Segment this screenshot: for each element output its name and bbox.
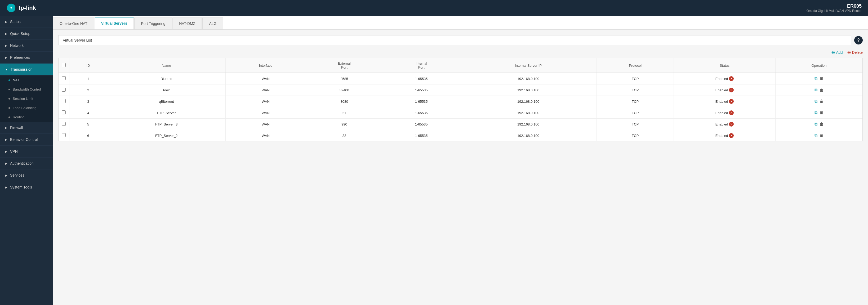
delete-row-icon[interactable]: 🗑 xyxy=(819,99,824,104)
status-toggle-icon[interactable]: ✕ xyxy=(729,122,734,127)
tab-virtual-servers[interactable]: Virtual Servers xyxy=(95,17,134,29)
row-checkbox[interactable] xyxy=(59,84,69,96)
delete-row-icon[interactable]: 🗑 xyxy=(819,133,824,138)
edit-icon[interactable]: ⧉ xyxy=(814,133,817,138)
status-toggle-icon[interactable]: ✕ xyxy=(729,76,734,81)
sidebar-item-label: Firewall xyxy=(10,126,23,130)
sidebar-sub-item-routing[interactable]: Routing xyxy=(0,112,53,122)
delete-row-icon[interactable]: 🗑 xyxy=(819,110,824,115)
status-toggle-icon[interactable]: ✕ xyxy=(729,99,734,104)
sidebar-item-label: Quick Setup xyxy=(10,32,30,36)
sidebar-sub-item-nat[interactable]: NAT xyxy=(0,75,53,85)
delete-row-icon[interactable]: 🗑 xyxy=(819,122,824,127)
edit-icon[interactable]: ⧉ xyxy=(814,76,817,81)
arrow-icon: ▶ xyxy=(5,32,7,35)
row-status: Enabled ✕ xyxy=(674,96,776,107)
sidebar-item-services[interactable]: ▶ Services xyxy=(0,169,53,181)
sidebar-item-status[interactable]: ▶ Status xyxy=(0,16,53,28)
edit-icon[interactable]: ⧉ xyxy=(814,122,817,127)
sidebar-item-vpn[interactable]: ▶ VPN xyxy=(0,146,53,158)
sidebar-item-transmission[interactable]: ▼ Transmission xyxy=(0,64,53,75)
sidebar-sub-label: Session Limit xyxy=(13,97,33,101)
device-model: ER605 xyxy=(807,3,862,9)
row-select-checkbox[interactable] xyxy=(62,133,66,137)
col-internal-server-ip: Internal Server IP xyxy=(460,58,597,73)
col-operation: Operation xyxy=(776,58,862,73)
status-toggle-icon[interactable]: ✕ xyxy=(729,133,734,138)
row-id: 2 xyxy=(69,84,107,96)
table-row: 1 BlueIris WAN 8585 1-65535 192.168.0.10… xyxy=(59,73,862,84)
page-content: Virtual Server List ? ⊕ Add ⊖ Delete xyxy=(53,30,868,305)
sidebar-item-label: Network xyxy=(10,43,24,48)
row-select-checkbox[interactable] xyxy=(62,110,66,114)
row-internal-port: 1-65535 xyxy=(383,96,460,107)
row-internal-server-ip: 192.168.0.100 xyxy=(460,84,597,96)
sidebar-item-authentication[interactable]: ▶ Authentication xyxy=(0,158,53,169)
sidebar-item-network[interactable]: ▶ Network xyxy=(0,40,53,52)
sidebar-item-quick-setup[interactable]: ▶ Quick Setup xyxy=(0,28,53,40)
row-protocol: TCP xyxy=(597,96,674,107)
sidebar-item-label: System Tools xyxy=(10,185,32,189)
row-select-checkbox[interactable] xyxy=(62,99,66,103)
delete-row-icon[interactable]: 🗑 xyxy=(819,88,824,92)
row-status: Enabled ✕ xyxy=(674,84,776,96)
main-layout: ▶ Status ▶ Quick Setup ▶ Network ▶ Prefe… xyxy=(0,16,868,305)
sidebar-sub-item-load-balancing[interactable]: Load Balancing xyxy=(0,103,53,112)
add-button[interactable]: ⊕ Add xyxy=(831,49,843,55)
row-internal-server-ip: 192.168.0.100 xyxy=(460,107,597,118)
select-all-checkbox[interactable] xyxy=(62,63,66,67)
sidebar-item-label: Behavior Control xyxy=(10,137,38,142)
sidebar-sub-item-bandwidth-control[interactable]: Bandwidth Control xyxy=(0,85,53,94)
help-icon[interactable]: ? xyxy=(854,36,863,44)
edit-icon[interactable]: ⧉ xyxy=(814,110,817,115)
row-checkbox[interactable] xyxy=(59,107,69,118)
row-protocol: TCP xyxy=(597,84,674,96)
row-protocol: TCP xyxy=(597,130,674,141)
row-external-port: 8080 xyxy=(306,96,383,107)
row-checkbox[interactable] xyxy=(59,118,69,130)
sidebar-sub-item-session-limit[interactable]: Session Limit xyxy=(0,94,53,103)
section-title: Virtual Server List xyxy=(58,35,851,45)
row-checkbox[interactable] xyxy=(59,130,69,141)
col-protocol: Protocol xyxy=(597,58,674,73)
row-external-port: 990 xyxy=(306,118,383,130)
col-checkbox xyxy=(59,58,69,73)
device-desc: Omada Gigabit Multi-WAN VPN Router xyxy=(807,9,862,13)
svg-text:✦: ✦ xyxy=(9,6,13,10)
sidebar-item-firewall[interactable]: ▶ Firewall xyxy=(0,122,53,134)
status-toggle-icon[interactable]: ✕ xyxy=(729,88,734,92)
tab-port-triggering[interactable]: Port Triggering xyxy=(134,18,172,29)
sidebar: ▶ Status ▶ Quick Setup ▶ Network ▶ Prefe… xyxy=(0,16,53,305)
sidebar-item-preferences[interactable]: ▶ Preferences xyxy=(0,52,53,64)
status-text: Enabled xyxy=(715,77,728,81)
row-checkbox[interactable] xyxy=(59,96,69,107)
section-header: Virtual Server List ? xyxy=(58,35,863,45)
row-internal-port: 1-65535 xyxy=(383,73,460,84)
row-name: FTP_Server_3 xyxy=(107,118,226,130)
row-interface: WAN xyxy=(226,84,306,96)
delete-button[interactable]: ⊖ Delete xyxy=(847,49,863,55)
edit-icon[interactable]: ⧉ xyxy=(814,99,817,104)
table-row: 3 qBitorrent WAN 8080 1-65535 192.168.0.… xyxy=(59,96,862,107)
sidebar-item-label: Transmission xyxy=(10,67,33,71)
tab-alg[interactable]: ALG xyxy=(203,18,223,29)
delete-row-icon[interactable]: 🗑 xyxy=(819,76,824,81)
row-protocol: TCP xyxy=(597,107,674,118)
content-area: One-to-One NAT Virtual Servers Port Trig… xyxy=(53,16,868,305)
tab-nat-dmz[interactable]: NAT-DMZ xyxy=(173,18,202,29)
sidebar-sub-label: Bandwidth Control xyxy=(13,88,41,91)
row-select-checkbox[interactable] xyxy=(62,88,66,92)
row-name: qBitorrent xyxy=(107,96,226,107)
arrow-icon: ▶ xyxy=(5,21,7,23)
sidebar-item-system-tools[interactable]: ▶ System Tools xyxy=(0,181,53,193)
row-select-checkbox[interactable] xyxy=(62,122,66,126)
status-toggle-icon[interactable]: ✕ xyxy=(729,110,734,115)
arrow-icon: ▶ xyxy=(5,44,7,47)
row-checkbox[interactable] xyxy=(59,73,69,84)
tab-one-to-one-nat[interactable]: One-to-One NAT xyxy=(53,18,94,29)
sidebar-item-behavior-control[interactable]: ▶ Behavior Control xyxy=(0,134,53,146)
row-select-checkbox[interactable] xyxy=(62,76,66,80)
col-status: Status xyxy=(674,58,776,73)
row-internal-server-ip: 192.168.0.100 xyxy=(460,130,597,141)
edit-icon[interactable]: ⧉ xyxy=(814,88,817,92)
